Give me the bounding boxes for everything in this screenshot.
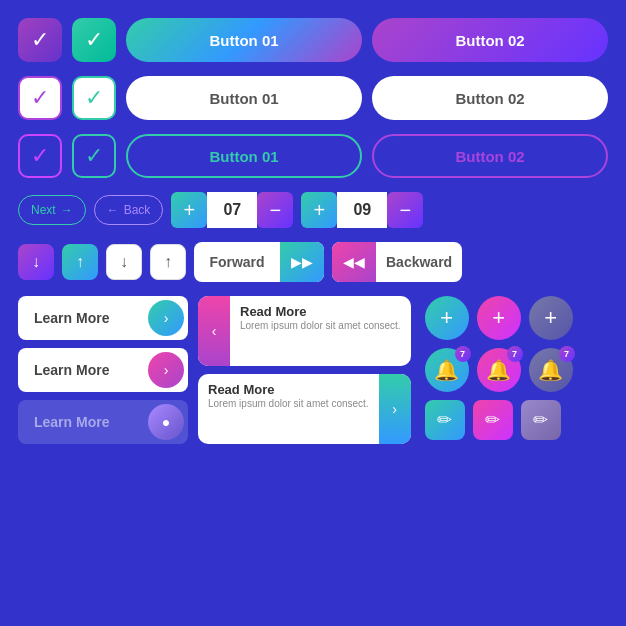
bell-teal-container[interactable]: 🔔 7 bbox=[425, 348, 469, 392]
arrow-down-filled[interactable]: ↓ bbox=[18, 244, 54, 280]
button02-white[interactable]: Button 02 bbox=[372, 76, 608, 120]
read-more-right-icon-2: › bbox=[379, 374, 411, 444]
learn-more-icon-2: › bbox=[148, 352, 184, 388]
stepper2-minus[interactable]: − bbox=[387, 192, 423, 228]
learn-more-button-2[interactable]: Learn More › bbox=[18, 348, 188, 392]
plus-circle-pink[interactable]: + bbox=[477, 296, 521, 340]
stepper-1: + 07 − bbox=[171, 192, 293, 228]
checkbox-filled-teal[interactable]: ✓ bbox=[72, 18, 116, 62]
stepper1-value: 07 bbox=[207, 192, 257, 228]
button02-gradient[interactable]: Button 02 bbox=[372, 18, 608, 62]
read-more-left-icon-1: ‹ bbox=[198, 296, 230, 366]
read-more-card-1[interactable]: ‹ Read More Lorem ipsum dolor sit amet c… bbox=[198, 296, 411, 366]
badge-gray: 7 bbox=[559, 346, 575, 362]
stepper1-minus[interactable]: − bbox=[257, 192, 293, 228]
badge-teal: 7 bbox=[455, 346, 471, 362]
badge-pink: 7 bbox=[507, 346, 523, 362]
forward-icon: ▶▶ bbox=[280, 242, 324, 282]
edit-button-gray[interactable]: ✏ bbox=[521, 400, 561, 440]
bell-pink-container[interactable]: 🔔 7 bbox=[477, 348, 521, 392]
checkbox-transparent-purple[interactable]: ✓ bbox=[18, 134, 62, 178]
button02-outline[interactable]: Button 02 bbox=[372, 134, 608, 178]
backward-button[interactable]: ◀◀ Backward bbox=[332, 242, 462, 282]
bell-gray-container[interactable]: 🔔 7 bbox=[529, 348, 573, 392]
button01-gradient[interactable]: Button 01 bbox=[126, 18, 362, 62]
button01-white[interactable]: Button 01 bbox=[126, 76, 362, 120]
checkbox-filled-purple[interactable]: ✓ bbox=[18, 18, 62, 62]
arrow-up-outline[interactable]: ↑ bbox=[150, 244, 186, 280]
forward-button[interactable]: Forward ▶▶ bbox=[194, 242, 324, 282]
read-more-content-1: Read More Lorem ipsum dolor sit amet con… bbox=[230, 296, 411, 366]
read-more-card-2[interactable]: Read More Lorem ipsum dolor sit amet con… bbox=[198, 374, 411, 444]
edit-button-teal[interactable]: ✏ bbox=[425, 400, 465, 440]
arrow-down-outline[interactable]: ↓ bbox=[106, 244, 142, 280]
stepper2-value: 09 bbox=[337, 192, 387, 228]
next-button[interactable]: Next → bbox=[18, 195, 86, 225]
button01-outline[interactable]: Button 01 bbox=[126, 134, 362, 178]
learn-more-button-1[interactable]: Learn More › bbox=[18, 296, 188, 340]
plus-circle-gray[interactable]: + bbox=[529, 296, 573, 340]
read-more-content-2: Read More Lorem ipsum dolor sit amet con… bbox=[198, 374, 379, 444]
learn-more-icon-1: › bbox=[148, 300, 184, 336]
stepper2-plus[interactable]: + bbox=[301, 192, 337, 228]
checkbox-outline-teal[interactable]: ✓ bbox=[72, 76, 116, 120]
backward-icon: ◀◀ bbox=[332, 242, 376, 282]
learn-more-icon-3: ● bbox=[148, 404, 184, 440]
edit-button-pink[interactable]: ✏ bbox=[473, 400, 513, 440]
learn-more-button-3[interactable]: Learn More ● bbox=[18, 400, 188, 444]
back-button[interactable]: ← Back bbox=[94, 195, 164, 225]
icon-columns: + + + 🔔 7 🔔 7 🔔 7 ✏ ✏ bbox=[425, 296, 573, 440]
stepper1-plus[interactable]: + bbox=[171, 192, 207, 228]
checkbox-transparent-teal[interactable]: ✓ bbox=[72, 134, 116, 178]
stepper-2: + 09 − bbox=[301, 192, 423, 228]
arrow-up-filled[interactable]: ↑ bbox=[62, 244, 98, 280]
checkbox-outline-purple[interactable]: ✓ bbox=[18, 76, 62, 120]
plus-circle-teal[interactable]: + bbox=[425, 296, 469, 340]
